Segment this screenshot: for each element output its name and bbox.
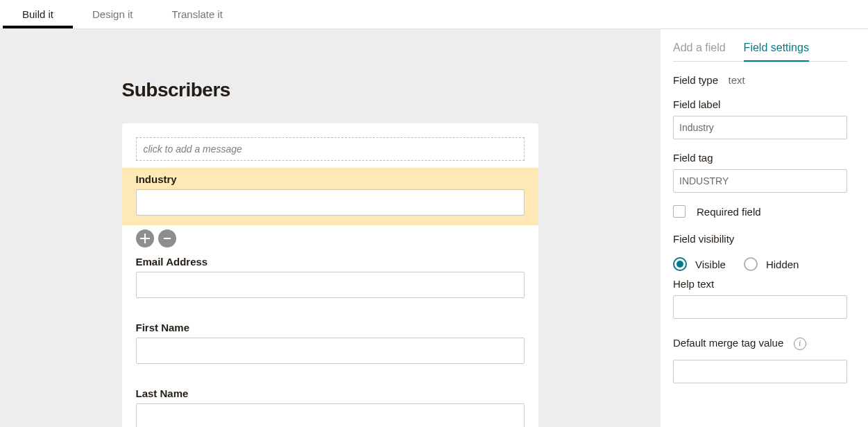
tab-build-it[interactable]: Build it [3, 1, 73, 28]
svg-rect-0 [164, 238, 171, 239]
minus-icon [162, 234, 172, 243]
help-text-row: Help text [673, 278, 847, 319]
form-field-label: Last Name [136, 387, 525, 399]
required-field-row[interactable]: Required field [673, 205, 847, 218]
form-field-input-email[interactable] [136, 272, 525, 298]
field-label-row: Field label [673, 98, 847, 139]
field-type-row: Field type text [673, 74, 847, 92]
plus-icon [140, 234, 150, 243]
visibility-hidden-radio[interactable] [744, 257, 758, 271]
form-field-last-name[interactable]: Last Name [122, 374, 538, 427]
default-merge-heading: Default merge tag value [673, 337, 783, 349]
field-tag-row: Field tag [673, 152, 847, 193]
field-visibility-heading: Field visibility [673, 233, 734, 245]
help-text-heading: Help text [673, 278, 714, 290]
tab-translate-it[interactable]: Translate it [152, 1, 242, 28]
form-field-industry[interactable]: Industry [122, 168, 538, 225]
form-field-email[interactable]: Email Address [122, 247, 538, 308]
sidebar-tab-field-settings[interactable]: Field settings [744, 42, 809, 61]
visibility-visible-radio[interactable] [673, 257, 687, 271]
default-merge-row: Default merge tag value i [673, 337, 847, 383]
top-tabs: Build it Design it Translate it [0, 0, 868, 29]
required-field-label: Required field [697, 206, 761, 218]
field-label-input[interactable] [673, 116, 847, 139]
sidebar-tabs: Add a field Field settings [673, 42, 847, 62]
form-field-first-name[interactable]: First Name [122, 308, 538, 374]
form-field-label: Industry [136, 173, 525, 185]
visibility-hidden-label: Hidden [766, 259, 799, 270]
tab-design-it[interactable]: Design it [73, 1, 152, 28]
field-row-controls [122, 225, 538, 247]
form-field-label: Email Address [136, 256, 525, 268]
add-field-button[interactable] [136, 229, 154, 247]
help-text-input[interactable] [673, 295, 847, 319]
form-field-input-industry[interactable] [136, 189, 525, 216]
properties-sidebar: Add a field Field settings Field type te… [660, 29, 868, 427]
remove-field-button[interactable] [158, 229, 176, 247]
required-field-checkbox[interactable] [673, 205, 686, 218]
form-builder-canvas: Subscribers click to add a message Indus… [0, 29, 660, 427]
default-merge-input[interactable] [673, 360, 847, 383]
info-icon[interactable]: i [794, 338, 806, 350]
form-title: Subscribers [122, 79, 538, 101]
add-message-slot[interactable]: click to add a message [136, 137, 525, 161]
form-field-label: First Name [136, 322, 525, 333]
field-type-value: text [729, 74, 745, 86]
visibility-visible-label: Visible [695, 259, 726, 270]
field-type-label: Field type [673, 74, 718, 86]
field-visibility-row: Field visibility Visible Hidden [673, 233, 847, 271]
sidebar-tab-add-field[interactable]: Add a field [673, 42, 726, 61]
field-label-heading: Field label [673, 98, 720, 110]
field-tag-input[interactable] [673, 169, 847, 193]
form-field-input-last-name[interactable] [136, 403, 525, 427]
field-tag-heading: Field tag [673, 152, 713, 164]
workspace: Subscribers click to add a message Indus… [0, 29, 868, 427]
form-card: click to add a message Industry Email Ad… [122, 123, 538, 427]
form-field-input-first-name[interactable] [136, 338, 525, 364]
